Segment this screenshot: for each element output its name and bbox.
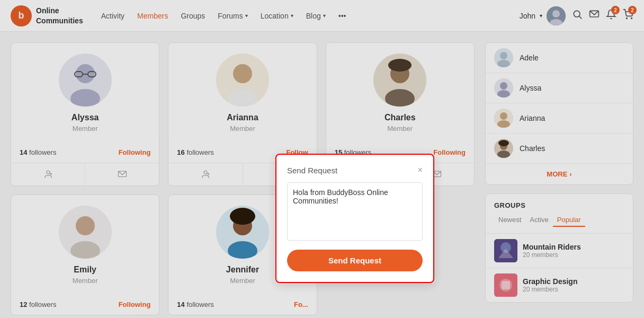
blog-arrow: ▾ [323, 13, 326, 19]
svg-point-41 [500, 52, 507, 59]
svg-point-47 [500, 112, 507, 120]
group-name-graphic-design: Graphic Design [523, 277, 577, 286]
more-label: MORE [547, 170, 567, 178]
cart-badge: 2 [628, 6, 637, 14]
follower-count-alyssa: 14 followers [20, 148, 56, 156]
follow-btn-emily[interactable]: Following [119, 301, 151, 308]
modal-close-button[interactable]: × [418, 165, 423, 175]
member-card-emily: Emily Member 12 followers Following [11, 195, 159, 315]
site-name: Online Communities [36, 6, 83, 25]
groups-tab-newest[interactable]: Newest [494, 214, 525, 227]
member-role-arianna: Member [179, 125, 306, 132]
sidebar-avatar-alyssa-sm [494, 78, 513, 98]
site-header: b Online Communities Activity Members Gr… [0, 0, 644, 32]
group-info-graphic-design: Graphic Design 20 members [523, 277, 577, 293]
avatar-img-arianna [216, 54, 269, 107]
messages-icon [589, 9, 600, 20]
user-avatar-img [547, 6, 566, 25]
sidebar-avatar-adele [494, 48, 513, 67]
member-actions-alyssa [11, 163, 159, 186]
sidebar-member-arianna[interactable]: Arianna [486, 103, 633, 134]
follow-btn-charles[interactable]: Following [433, 148, 466, 156]
group-info-mountain-riders: Mountain Riders 20 members [523, 243, 581, 259]
follow-btn-jennifer[interactable]: Fo... [294, 301, 308, 308]
sidebar-name-alyssa: Alyssa [520, 84, 541, 92]
svg-rect-57 [502, 281, 510, 289]
more-members-link[interactable]: MORE › [486, 164, 633, 184]
header-right: John ▾ 2 [520, 6, 633, 25]
svg-point-44 [500, 82, 507, 90]
chevron-right-icon: › [569, 170, 571, 178]
svg-point-3 [574, 11, 580, 17]
sidebar-member-charles[interactable]: Charles [486, 134, 633, 164]
user-menu[interactable]: John ▾ [520, 6, 566, 25]
user-avatar [547, 6, 566, 25]
message-btn-alyssa[interactable] [85, 163, 159, 186]
sidebar-members-card: Adele Alyssa [485, 42, 633, 185]
nav-location[interactable]: Location ▾ [255, 7, 299, 24]
svg-point-19 [233, 64, 252, 83]
nav-activity[interactable]: Activity [96, 7, 130, 24]
member-card-alyssa: Alyssa Member 14 followers Following [11, 42, 159, 186]
member-name-charles: Charles [337, 113, 463, 122]
group-image-graphic-design [494, 273, 517, 297]
avatar-img-jennifer [216, 206, 269, 259]
groups-tab-popular[interactable]: Popular [553, 214, 585, 227]
follower-count-emily: 12 followers [20, 301, 56, 308]
svg-point-21 [204, 171, 207, 174]
member-name-alyssa: Alyssa [22, 113, 148, 122]
member-role-emily: Member [22, 277, 148, 285]
nav-forums[interactable]: Forums ▾ [212, 7, 253, 24]
avatar-sm-charles [494, 139, 513, 158]
sidebar-name-charles: Charles [520, 144, 545, 153]
follower-count-arianna: 16 followers [177, 148, 213, 156]
messages-icon-btn[interactable] [589, 9, 600, 22]
avatar-sm-arianna [494, 109, 513, 128]
nav-blog[interactable]: Blog ▾ [301, 7, 331, 24]
send-request-button[interactable]: Send Request [287, 250, 423, 271]
sidebar: Adele Alyssa [485, 42, 633, 315]
friend-request-btn-arianna[interactable] [168, 163, 243, 186]
location-arrow: ▾ [291, 13, 293, 19]
follow-row-alyssa: 14 followers Following [11, 148, 159, 163]
friend-request-btn-alyssa[interactable] [11, 163, 85, 186]
member-role-alyssa: Member [22, 125, 148, 132]
member-avatar-charles [373, 54, 426, 107]
send-request-textarea[interactable]: Hola from BuddyBoss Online Communities! [287, 182, 423, 241]
member-card-body-emily: Emily Member [11, 195, 159, 301]
nav-members[interactable]: Members [132, 7, 173, 24]
site-logo[interactable]: b Online Communities [11, 5, 83, 26]
search-icon [572, 9, 583, 20]
avatar-img-alyssa [59, 54, 112, 107]
sidebar-name-arianna: Arianna [520, 114, 545, 122]
follow-btn-alyssa[interactable]: Following [119, 148, 151, 156]
group-item-graphic-design[interactable]: Graphic Design 20 members [486, 268, 633, 302]
groups-tab-active[interactable]: Active [525, 214, 552, 227]
search-icon-btn[interactable] [572, 9, 583, 22]
member-avatar-jennifer [216, 206, 269, 259]
member-card-body-arianna: Arianna Member [168, 43, 316, 148]
nav-more[interactable]: ••• [333, 7, 352, 24]
sidebar-member-adele[interactable]: Adele [486, 43, 633, 73]
svg-point-28 [388, 59, 412, 72]
sidebar-avatar-arianna-sm [494, 109, 513, 128]
user-add-icon [201, 170, 210, 179]
member-avatar-alyssa [59, 54, 112, 107]
notifications-icon-btn[interactable]: 2 [606, 9, 616, 22]
group-item-mountain-riders[interactable]: Mountain Riders 20 members [486, 234, 633, 268]
nav-groups[interactable]: Groups [175, 7, 210, 24]
cart-icon-btn[interactable]: 2 [623, 9, 633, 22]
user-name: John [520, 12, 535, 20]
avatar-sm-alyssa [494, 78, 513, 98]
follow-row-emily: 12 followers Following [11, 301, 159, 315]
group-members-graphic-design: 20 members [523, 286, 577, 293]
sidebar-name-adele: Adele [520, 54, 539, 62]
nav-arrow-user: ▾ [540, 13, 542, 19]
sidebar-member-alyssa[interactable]: Alyssa [486, 73, 633, 103]
groups-header: GROUPS [486, 194, 633, 214]
group-members-mountain-riders: 20 members [523, 251, 581, 259]
svg-point-52 [498, 140, 509, 146]
logo-icon: b [11, 5, 32, 26]
member-avatar-emily [59, 206, 112, 259]
svg-point-1 [552, 10, 560, 17]
